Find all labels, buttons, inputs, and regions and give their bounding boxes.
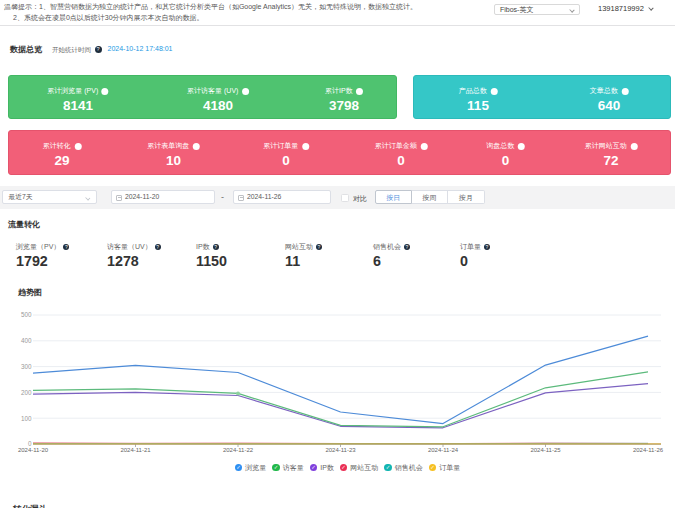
svg-text:500: 500 [21, 311, 32, 318]
svg-text:100: 100 [21, 415, 32, 422]
svg-text:2024-11-21: 2024-11-21 [120, 447, 151, 453]
svg-text:2024-11-24: 2024-11-24 [428, 447, 459, 453]
svg-text:200: 200 [21, 389, 32, 396]
svg-text:300: 300 [21, 363, 32, 370]
svg-text:400: 400 [21, 337, 32, 344]
svg-text:2024-11-26: 2024-11-26 [633, 447, 664, 453]
svg-text:2024-11-22: 2024-11-22 [223, 447, 254, 453]
svg-text:2024-11-23: 2024-11-23 [325, 447, 356, 453]
svg-text:2024-11-25: 2024-11-25 [530, 447, 561, 453]
svg-text:2024-11-20: 2024-11-20 [18, 447, 49, 453]
